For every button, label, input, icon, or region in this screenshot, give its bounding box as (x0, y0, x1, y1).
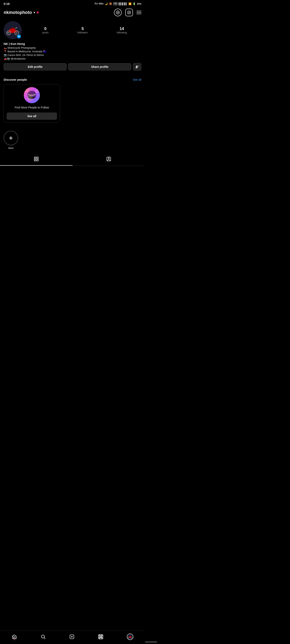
signal-icon: ▌▌▌▌▌ (119, 2, 127, 5)
header: nkmotophoto ▾ (0, 7, 145, 19)
moon-icon: 🌙 (105, 2, 108, 5)
edit-profile-button[interactable]: Edit profile (4, 63, 67, 70)
discover-section: Discover people See all (0, 78, 145, 127)
new-story-label: New (4, 146, 18, 150)
svg-point-13 (136, 66, 137, 66)
header-left[interactable]: nkmotophoto ▾ (4, 10, 39, 15)
status-bar: 0:16 75.7 KB/s 🌙 🔕 HD ▌▌▌▌▌ 📶 🔋 23% (0, 0, 145, 7)
bio-line-4: 🚗📷 @nknkphoto (4, 57, 141, 60)
discover-title: Discover people (4, 78, 27, 81)
followers-stat[interactable]: 5 followers (78, 26, 88, 34)
add-story-button[interactable]: + (17, 34, 21, 39)
following-count: 14 (120, 26, 124, 31)
person-tag-icon (106, 156, 111, 163)
profile-top: + 0 posts 5 followers 14 following (4, 21, 141, 39)
followers-label: followers (78, 31, 88, 34)
bio-line-2: 📍 Based in Melbourne, Australia 🇦🇺 (4, 50, 141, 53)
svg-rect-24 (37, 157, 38, 158)
bio-line-3: 📷 Canon 6DII, 24-70mm & 50mm (4, 54, 141, 56)
content-area (0, 166, 145, 206)
discover-card: Find More People to Follow See all (4, 84, 60, 123)
hd-icon: HD (113, 2, 117, 5)
grid-icon (34, 156, 39, 163)
discover-see-all-button[interactable]: See all (7, 112, 57, 120)
svg-point-10 (16, 32, 18, 34)
add-person-button[interactable] (133, 63, 141, 71)
posts-count: 0 (44, 26, 47, 31)
posts-label: posts (42, 31, 49, 34)
tab-bar (0, 154, 145, 166)
bio-line-1: 🏍️ Motorcycle Photography (4, 46, 141, 49)
svg-point-0 (116, 11, 120, 14)
threads-button[interactable] (114, 9, 122, 16)
tab-tagged[interactable] (73, 154, 145, 166)
new-story-section: New (0, 127, 145, 152)
discover-card-description: Find More People to Follow (7, 106, 57, 110)
battery-percent: 23% (137, 2, 141, 5)
avatar-wrapper[interactable]: + (4, 21, 22, 39)
svg-rect-23 (34, 157, 36, 158)
mute-icon: 🔕 (109, 2, 112, 5)
status-time: 0:16 (4, 2, 10, 6)
following-label: following (117, 31, 127, 34)
wifi-icon: 📶 (129, 2, 132, 5)
discover-see-all-link[interactable]: See all (133, 78, 141, 81)
svg-point-19 (35, 89, 39, 93)
svg-point-8 (8, 32, 10, 34)
svg-point-28 (108, 158, 110, 159)
menu-button[interactable] (137, 11, 141, 14)
followers-count: 5 (82, 26, 84, 31)
status-icons: 75.7 KB/s 🌙 🔕 HD ▌▌▌▌▌ 📶 🔋 23% (94, 2, 141, 5)
battery-icon: 🔋 (133, 2, 136, 5)
speed-indicator: 75.7 KB/s (94, 2, 104, 5)
discover-avatar (24, 87, 40, 103)
following-stat[interactable]: 14 following (117, 26, 127, 34)
svg-rect-6 (10, 29, 15, 31)
tab-grid[interactable] (0, 154, 73, 166)
profile-name: NK | Kun Hong (4, 42, 141, 46)
posts-stat[interactable]: 0 posts (42, 26, 49, 34)
bio-section: NK | Kun Hong 🏍️ Motorcycle Photography … (4, 42, 141, 60)
svg-rect-26 (37, 160, 38, 161)
chevron-down-icon[interactable]: ▾ (34, 11, 35, 14)
notification-dot (37, 12, 39, 14)
new-story-button[interactable] (4, 131, 18, 145)
action-buttons: Edit profile Share profile (4, 63, 141, 71)
discover-header: Discover people See all (4, 78, 141, 81)
new-post-button[interactable] (125, 9, 133, 16)
profile-section: + 0 posts 5 followers 14 following NK | … (0, 19, 145, 78)
username-label[interactable]: nkmotophoto (4, 10, 32, 15)
discover-avatar-image (24, 87, 40, 103)
share-profile-button[interactable]: Share profile (68, 63, 131, 70)
svg-point-20 (27, 95, 33, 101)
svg-point-18 (24, 88, 29, 92)
svg-rect-25 (34, 160, 36, 161)
discover-card-inner: Find More People to Follow See all (4, 84, 60, 122)
profile-stats: 0 posts 5 followers 14 following (28, 26, 141, 34)
header-icons (114, 9, 141, 16)
